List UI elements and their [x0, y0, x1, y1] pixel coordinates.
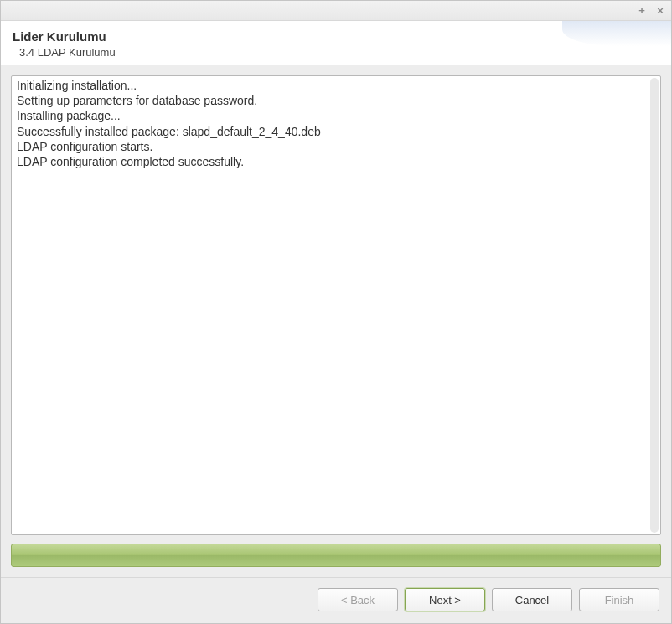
progress-bar	[11, 544, 661, 567]
button-row: < Back Next > Cancel Finish	[1, 577, 671, 623]
log-text: Initializing installation... Setting up …	[12, 76, 660, 171]
close-icon[interactable]: ×	[654, 5, 666, 17]
wizard-header: Lider Kurulumu 3.4 LDAP Kurulumu	[1, 21, 671, 65]
next-button[interactable]: Next >	[405, 588, 485, 611]
finish-button: Finish	[579, 588, 659, 611]
titlebar: + ×	[1, 1, 671, 21]
content-area: Initializing installation... Setting up …	[1, 65, 671, 577]
minimize-or-add-icon[interactable]: +	[636, 5, 648, 17]
wizard-window: + × Lider Kurulumu 3.4 LDAP Kurulumu Ini…	[0, 0, 672, 624]
scrollbar[interactable]	[650, 78, 659, 533]
installation-log[interactable]: Initializing installation... Setting up …	[11, 75, 661, 535]
back-button: < Back	[318, 588, 398, 611]
cancel-button[interactable]: Cancel	[492, 588, 572, 611]
page-subtitle: 3.4 LDAP Kurulumu	[19, 46, 659, 59]
